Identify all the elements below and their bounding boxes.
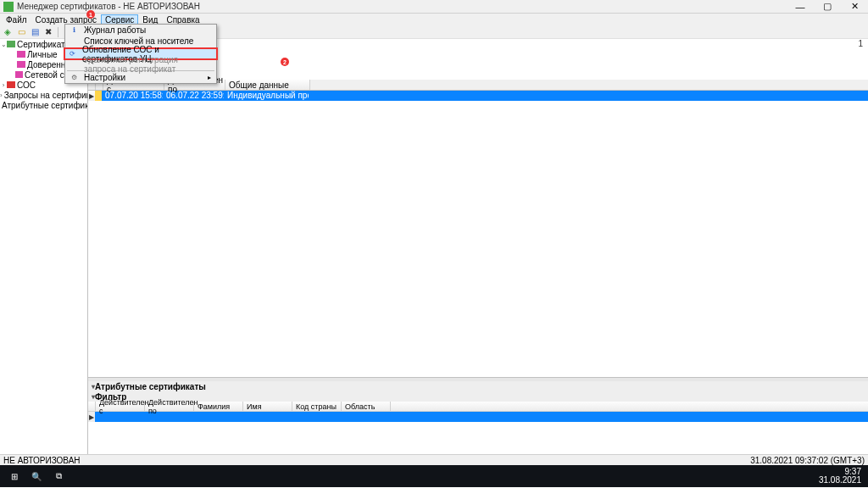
callout-1: 1: [86, 10, 95, 19]
content-area: 1 Действителен с Действителен по Общие д…: [88, 39, 868, 454]
col-country-code[interactable]: Код страны: [292, 402, 342, 411]
crl-icon: [7, 81, 15, 88]
tree-attribute-label: Атрибутные сертификаты: [2, 101, 88, 110]
bottom-grid: Атрибутные сертификаты Фильтр Действител…: [88, 378, 868, 454]
folder-icon: [17, 51, 25, 58]
tree-requests-label: Запросы на сертификат: [4, 91, 88, 100]
callout-2: 2: [281, 58, 289, 66]
refresh-icon: ⟳: [67, 50, 77, 58]
tree-crl-label: СОС: [17, 80, 36, 90]
section-filter[interactable]: Фильтр: [88, 391, 868, 402]
dropdown-settings-label: Настройки: [84, 73, 125, 82]
dropdown-remote-label: Удаленная регистрация запроса на сертифи…: [84, 55, 211, 74]
search-icon[interactable]: 🔍: [25, 467, 47, 485]
service-dropdown: ℹ Журнал работы Список ключей на носител…: [64, 24, 217, 84]
row-selector-head: [88, 402, 96, 411]
expand-icon[interactable]: ›: [0, 81, 7, 89]
dropdown-settings[interactable]: ⚙ Настройки ▸: [65, 72, 216, 83]
toolbar-separator: [58, 27, 58, 37]
col-region[interactable]: Область: [342, 402, 391, 411]
status-left: НЕ АВТОРИЗОВАН: [3, 456, 81, 465]
col-name[interactable]: Имя: [243, 402, 292, 411]
row-marker-icon: ▶: [88, 91, 95, 101]
close-button[interactable]: ✕: [844, 1, 865, 13]
tool-delete-icon[interactable]: ✖: [42, 26, 54, 38]
main-area: ⌄ Сертификаты Личные Доверенные Сетевой …: [0, 39, 868, 454]
folder-icon: [17, 61, 25, 68]
section-attribute-certs[interactable]: Атрибутные сертификаты: [88, 381, 868, 391]
bottom-grid-header: Действителен с Действителен по Фамилия И…: [88, 402, 868, 412]
menu-file[interactable]: Файл: [2, 14, 31, 25]
dropdown-remote-register: Удаленная регистрация запроса на сертифи…: [65, 58, 216, 69]
minimize-button[interactable]: —: [790, 1, 810, 13]
submenu-arrow-icon: ▸: [208, 74, 211, 81]
titlebar: Менеджер сертификатов - НЕ АВТОРИЗОВАН —…: [0, 0, 868, 14]
table-row[interactable]: ▶: [88, 412, 868, 422]
folder-icon: [15, 71, 23, 78]
cell-valid-to: 06.07.22 23:59:59: [163, 91, 224, 101]
expand-icon[interactable]: ›: [0, 92, 3, 99]
dropdown-log[interactable]: ℹ Журнал работы: [65, 25, 216, 36]
expand-icon[interactable]: ⌄: [0, 41, 7, 48]
maximize-button[interactable]: ▢: [817, 1, 837, 13]
col-common-data[interactable]: Общие данные: [225, 80, 310, 90]
sidebar-tree[interactable]: ⌄ Сертификаты Личные Доверенные Сетевой …: [0, 39, 88, 454]
tree-requests[interactable]: › Запросы на сертификат: [0, 90, 87, 100]
system-tray-clock[interactable]: 9:37 31.08.2021: [819, 468, 865, 485]
status-timestamp: 31.08.2021 09:37:02 (GMT+3): [750, 456, 865, 465]
cell-common-data: Индивидуальный предприниматель: [224, 91, 309, 101]
cert-icon: [7, 41, 15, 47]
tool-save-icon[interactable]: ▤: [29, 26, 41, 38]
page-number: 1: [858, 39, 863, 48]
col-valid-to[interactable]: Действителен по: [145, 402, 194, 411]
window-title: Менеджер сертификатов - НЕ АВТОРИЗОВАН: [17, 2, 790, 11]
tool-open-icon[interactable]: ▭: [15, 26, 27, 38]
table-row[interactable]: ▶ 07.07.20 15:58:57 06.07.22 23:59:59 Ин…: [88, 91, 868, 101]
dropdown-log-label: Журнал работы: [84, 25, 146, 35]
row-status-chip: [95, 91, 102, 101]
statusbar: НЕ АВТОРИЗОВАН 31.08.2021 09:37:02 (GMT+…: [0, 454, 868, 465]
taskbar: ⊞ 🔍 ⧉ 9:37 31.08.2021: [0, 465, 868, 487]
info-icon: ℹ: [69, 26, 79, 35]
app-icon: [3, 2, 14, 12]
tool-import-icon[interactable]: ◈: [2, 26, 14, 38]
row-marker-icon: ▶: [88, 412, 95, 422]
clock-date: 31.08.2021: [819, 476, 861, 485]
task-view-icon[interactable]: ⧉: [47, 467, 70, 485]
cell-valid-from: 07.07.20 15:58:57: [102, 91, 163, 101]
tree-attribute[interactable]: Атрибутные сертификаты: [0, 100, 87, 110]
col-valid-from[interactable]: Действителен с: [96, 402, 145, 411]
top-grid[interactable]: 1 Действителен с Действителен по Общие д…: [88, 39, 868, 378]
col-surname[interactable]: Фамилия: [194, 402, 243, 411]
window-controls: — ▢ ✕: [790, 1, 865, 13]
start-button[interactable]: ⊞: [3, 467, 25, 485]
gear-icon: ⚙: [69, 74, 79, 82]
tree-personal-label: Личные: [27, 50, 58, 59]
